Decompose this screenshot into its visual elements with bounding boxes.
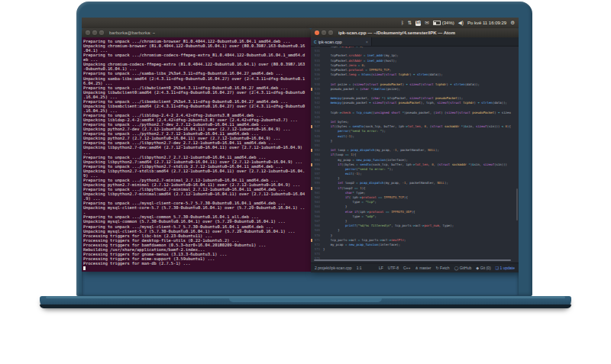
system-tray: ᛒ⇅En✉(34%)◀)Po kvě 11 16:09:29⚙ (401, 21, 515, 26)
terminal-line: Unpacking libpython2.7:amd64 (2.7.12-1ub… (83, 159, 309, 164)
messages-indicator[interactable]: ✉ (425, 21, 428, 26)
close-button[interactable] (86, 31, 90, 35)
terminal-titlebar[interactable]: barborka@barborka: ~ (82, 28, 311, 37)
status-grammar[interactable]: C++ (403, 266, 410, 270)
status-cursor-position[interactable]: 1:1 (357, 266, 362, 270)
editor-pane[interactable]: 530 tcph->urg_ptr = 0;531532 tcpPacket.s… (311, 47, 519, 263)
terminal-line: Unpacking libpython2.7-dev:amd64 (2.7.12… (83, 145, 309, 150)
git-modified-marker (311, 239, 312, 242)
session-indicator[interactable]: ⚙ (510, 21, 515, 26)
editor-lines: 530 tcph->urg_ptr = 0;531532 tcpPacket.s… (311, 47, 519, 262)
terminal-title: barborka@barborka: ~ (109, 31, 155, 35)
git-modified-marker (311, 149, 312, 152)
status-git-branch[interactable]: ⋔master (415, 266, 431, 270)
horizontal-scrollbar[interactable] (314, 259, 511, 261)
laptop-base (40, 296, 571, 308)
git-modified-marker (311, 163, 312, 166)
status-encoding[interactable]: UTF-8 (388, 266, 399, 270)
minimize-button[interactable] (322, 31, 326, 35)
status-git-fetch-icon: ↻ (435, 266, 438, 270)
status-git-fetch[interactable]: ↻Fetch (435, 266, 449, 270)
status-file-path[interactable]: 2.projekt/ipk-scan.cpp (315, 266, 352, 270)
volume-indicator[interactable]: ◀) (458, 21, 464, 26)
terminal-line: Unpacking chromium-browser (81.0.4044.12… (83, 43, 309, 48)
terminal-line: Unpacking mysql-client-core-5.7 (5.7.30-… (83, 205, 309, 210)
network-indicator[interactable]: ⇅ (408, 21, 412, 26)
tab-close-icon[interactable]: × (366, 40, 368, 44)
laptop-screen: ᛒ⇅En✉(34%)◀)Po kvě 11 16:09:29⚙ barborka… (82, 18, 519, 295)
terminal-line: Preparing to unpack .../chromium-codecs-… (83, 53, 309, 57)
terminal-line: Preparing to unpack .../samba-libs_2%3a4… (83, 71, 309, 76)
tab-label: ipk-scan.cpp (318, 40, 364, 44)
terminal-line: Preparing to unpack .../libwbclient0_2%3… (83, 85, 309, 90)
clock-indicator[interactable]: Po kvě 11 16:09:29 (467, 21, 506, 25)
cpp-file-icon: C (314, 40, 317, 44)
battery-icon (433, 21, 441, 25)
battery-nub (440, 22, 441, 24)
battery-indicator[interactable]: (34%) (433, 21, 454, 25)
atom-tab-bar: C ipk-scan.cpp × (311, 37, 519, 47)
base-bottom-rim (40, 304, 571, 308)
git-modified-marker (311, 88, 312, 91)
atom-status-bar: 2.projekt/ipk-scan.cpp1:1 LFUTF-8C++⋔mas… (311, 263, 519, 272)
maximize-button[interactable] (99, 31, 104, 35)
terminal-line: Unpacking libpython2.7-stdlib:amd64 (2.7… (83, 169, 309, 173)
status-right: LFUTF-8C++⋔master↻Fetch◯GitHub◆Git (0)❑1… (379, 266, 515, 270)
status-package-updates[interactable]: ❑1 update (496, 266, 515, 270)
terminal-body[interactable]: Preparing to unpack .../chromium-browser… (82, 37, 311, 272)
terminal-cursor-line (83, 266, 309, 270)
terminal-window[interactable]: barborka@barborka: ~ Preparing to unpack… (82, 28, 311, 272)
terminal-line: Unpacking mysql-common (5.7.30-0ubuntu0.… (83, 219, 309, 224)
terminal-line: Unpacking libpython2.7-minimal:amd64 (2.… (83, 192, 309, 196)
status-git-branch-icon: ⋔ (415, 266, 418, 270)
atom-titlebar[interactable]: ipk-scan.cpp — ~/Dokumenty/4.semester/IP… (311, 28, 519, 37)
status-line-ending[interactable]: LF (379, 266, 383, 270)
tab-ipk-scan[interactable]: C ipk-scan.cpp × (311, 37, 372, 46)
close-button[interactable] (315, 31, 319, 35)
base-notch (229, 298, 382, 302)
terminal-line: Preparing to unpack .../libpython2.7-std… (83, 164, 309, 169)
keyboard-indicator[interactable]: En (415, 21, 421, 26)
status-github-icon: ◯ (454, 266, 459, 270)
status-git-changes-icon: ◆ (476, 266, 479, 270)
minimize-button[interactable] (92, 31, 97, 35)
terminal-line: Unpacking mysql-client-5.7 (5.7.30-0ubun… (83, 229, 309, 234)
status-git-changes[interactable]: ◆Git (0) (476, 266, 490, 270)
battery-indicator-label: (34%) (442, 21, 454, 25)
laptop-mockup: ᛒ⇅En✉(34%)◀)Po kvě 11 16:09:29⚙ barborka… (0, 0, 611, 364)
status-left: 2.projekt/ipk-scan.cpp1:1 (315, 266, 362, 270)
vertical-scrollbar[interactable] (516, 188, 518, 221)
terminal-line: Preparing to unpack .../libsmbclient_2%3… (83, 99, 309, 104)
terminal-cursor (83, 266, 86, 270)
status-github[interactable]: ◯GitHub (454, 266, 472, 270)
terminal-line: Unpacking libwbclient0:amd64 (2:4.3.11+d… (83, 90, 309, 95)
terminal-line: Unpacking samba-libs:amd64 (2:4.3.11+dfs… (83, 76, 309, 81)
bluetooth-indicator[interactable]: ᛒ (401, 21, 404, 26)
git-modified-marker (311, 187, 312, 190)
ubuntu-top-panel: ᛒ⇅En✉(34%)◀)Po kvě 11 16:09:29⚙ (82, 18, 519, 28)
atom-title: ipk-scan.cpp — ~/Dokumenty/4.semester/IP… (338, 31, 455, 35)
status-package-updates-icon: ❑ (496, 266, 499, 270)
git-modified-marker (311, 125, 312, 128)
battery-fill (434, 22, 436, 24)
atom-window[interactable]: ipk-scan.cpp — ~/Dokumenty/4.semester/IP… (311, 28, 519, 272)
maximize-button[interactable] (328, 31, 333, 35)
